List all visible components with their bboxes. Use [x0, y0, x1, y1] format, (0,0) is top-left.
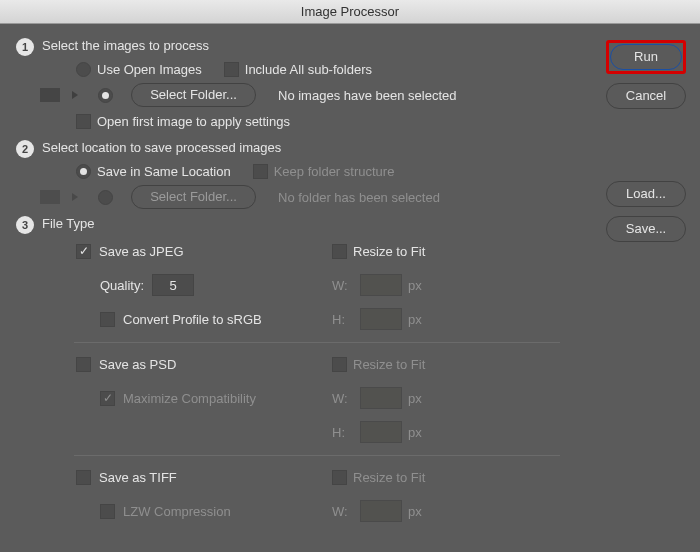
lzw-checkbox — [100, 504, 115, 519]
psd-h-label: H: — [332, 425, 354, 440]
jpeg-h-input — [360, 308, 402, 330]
psd-w-unit: px — [408, 391, 422, 406]
folder-icon — [40, 190, 60, 204]
use-open-images-label: Use Open Images — [97, 62, 202, 77]
psd-w-input — [360, 387, 402, 409]
select-folder-button-2: Select Folder... — [131, 185, 256, 209]
jpeg-w-label: W: — [332, 278, 354, 293]
same-location-radio[interactable] — [76, 164, 91, 179]
load-button[interactable]: Load... — [606, 181, 686, 207]
jpeg-h-label: H: — [332, 312, 354, 327]
save-jpeg-label: Save as JPEG — [99, 244, 184, 259]
same-location-label: Save in Same Location — [97, 164, 231, 179]
folder-icon — [40, 88, 60, 102]
jpeg-w-input — [360, 274, 402, 296]
save-button[interactable]: Save... — [606, 216, 686, 242]
keep-structure-checkbox — [253, 164, 268, 179]
jpeg-h-unit: px — [408, 312, 422, 327]
step-2-heading: Select location to save processed images — [42, 140, 281, 155]
tiff-w-label: W: — [332, 504, 354, 519]
max-compat-label: Maximize Compatibility — [123, 391, 256, 406]
folder-status-1: No images have been selected — [278, 88, 457, 103]
use-open-images-radio[interactable] — [76, 62, 91, 77]
quality-label: Quality: — [100, 278, 144, 293]
tiff-w-unit: px — [408, 504, 422, 519]
window-title: Image Processor — [0, 0, 700, 24]
lzw-label: LZW Compression — [123, 504, 231, 519]
jpeg-resize-label: Resize to Fit — [353, 244, 425, 259]
convert-srgb-label: Convert Profile to sRGB — [123, 312, 262, 327]
cancel-button[interactable]: Cancel — [606, 83, 686, 109]
jpeg-resize-checkbox[interactable] — [332, 244, 347, 259]
psd-w-label: W: — [332, 391, 354, 406]
save-tiff-checkbox[interactable] — [76, 470, 91, 485]
psd-resize-checkbox — [332, 357, 347, 372]
max-compat-checkbox — [100, 391, 115, 406]
save-jpeg-checkbox[interactable] — [76, 244, 91, 259]
divider — [74, 342, 560, 343]
select-folder-radio[interactable] — [98, 88, 113, 103]
psd-h-input — [360, 421, 402, 443]
tiff-w-input — [360, 500, 402, 522]
tiff-resize-checkbox — [332, 470, 347, 485]
psd-resize-label: Resize to Fit — [353, 357, 425, 372]
convert-srgb-checkbox[interactable] — [100, 312, 115, 327]
step-1-heading: Select the images to process — [42, 38, 209, 53]
keep-structure-label: Keep folder structure — [274, 164, 395, 179]
save-psd-checkbox[interactable] — [76, 357, 91, 372]
select-folder-button-1[interactable]: Select Folder... — [131, 83, 256, 107]
arrow-right-icon — [72, 91, 78, 99]
psd-h-unit: px — [408, 425, 422, 440]
step-3-heading: File Type — [42, 216, 95, 231]
step-2-number: 2 — [16, 140, 34, 158]
run-button[interactable]: Run — [610, 44, 682, 70]
tiff-resize-label: Resize to Fit — [353, 470, 425, 485]
quality-input[interactable] — [152, 274, 194, 296]
save-psd-label: Save as PSD — [99, 357, 176, 372]
save-tiff-label: Save as TIFF — [99, 470, 177, 485]
arrow-right-icon — [72, 193, 78, 201]
jpeg-w-unit: px — [408, 278, 422, 293]
step-1-number: 1 — [16, 38, 34, 56]
divider — [74, 455, 560, 456]
open-first-label: Open first image to apply settings — [97, 114, 290, 129]
select-folder-radio-2[interactable] — [98, 190, 113, 205]
include-subfolders-checkbox[interactable] — [224, 62, 239, 77]
folder-status-2: No folder has been selected — [278, 190, 440, 205]
open-first-checkbox[interactable] — [76, 114, 91, 129]
run-highlight-box: Run — [606, 40, 686, 74]
include-subfolders-label: Include All sub-folders — [245, 62, 372, 77]
step-3-number: 3 — [16, 216, 34, 234]
